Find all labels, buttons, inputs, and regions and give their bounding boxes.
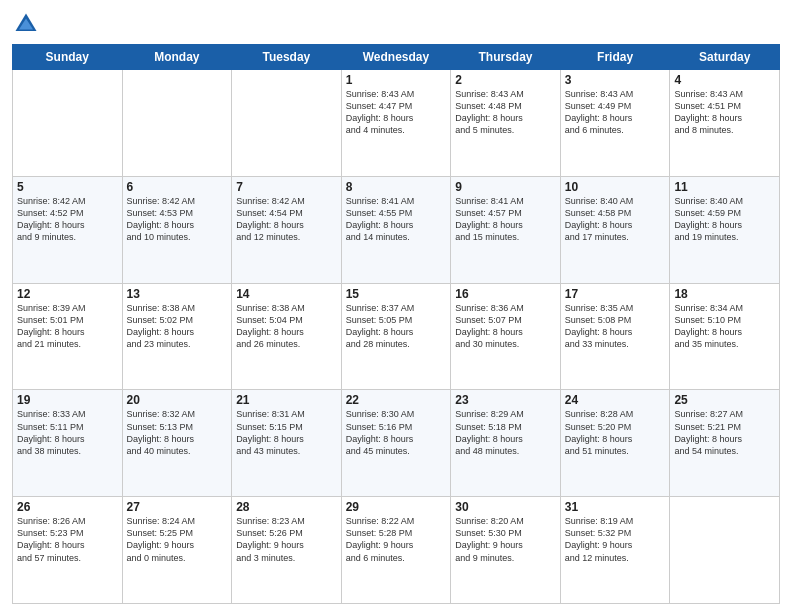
day-number: 11 <box>674 180 775 194</box>
day-cell-7: 7Sunrise: 8:42 AM Sunset: 4:54 PM Daylig… <box>232 176 342 283</box>
day-info: Sunrise: 8:39 AM Sunset: 5:01 PM Dayligh… <box>17 302 118 351</box>
day-info: Sunrise: 8:30 AM Sunset: 5:16 PM Dayligh… <box>346 408 447 457</box>
day-info: Sunrise: 8:19 AM Sunset: 5:32 PM Dayligh… <box>565 515 666 564</box>
empty-cell <box>670 497 780 604</box>
col-header-sunday: Sunday <box>13 45 123 70</box>
col-header-thursday: Thursday <box>451 45 561 70</box>
day-info: Sunrise: 8:35 AM Sunset: 5:08 PM Dayligh… <box>565 302 666 351</box>
day-info: Sunrise: 8:29 AM Sunset: 5:18 PM Dayligh… <box>455 408 556 457</box>
day-cell-24: 24Sunrise: 8:28 AM Sunset: 5:20 PM Dayli… <box>560 390 670 497</box>
day-info: Sunrise: 8:43 AM Sunset: 4:47 PM Dayligh… <box>346 88 447 137</box>
day-cell-30: 30Sunrise: 8:20 AM Sunset: 5:30 PM Dayli… <box>451 497 561 604</box>
day-number: 21 <box>236 393 337 407</box>
day-number: 15 <box>346 287 447 301</box>
day-cell-5: 5Sunrise: 8:42 AM Sunset: 4:52 PM Daylig… <box>13 176 123 283</box>
day-cell-2: 2Sunrise: 8:43 AM Sunset: 4:48 PM Daylig… <box>451 70 561 177</box>
logo <box>12 10 42 38</box>
empty-cell <box>13 70 123 177</box>
day-cell-21: 21Sunrise: 8:31 AM Sunset: 5:15 PM Dayli… <box>232 390 342 497</box>
day-number: 3 <box>565 73 666 87</box>
day-cell-1: 1Sunrise: 8:43 AM Sunset: 4:47 PM Daylig… <box>341 70 451 177</box>
day-number: 23 <box>455 393 556 407</box>
day-cell-6: 6Sunrise: 8:42 AM Sunset: 4:53 PM Daylig… <box>122 176 232 283</box>
day-info: Sunrise: 8:40 AM Sunset: 4:59 PM Dayligh… <box>674 195 775 244</box>
day-info: Sunrise: 8:40 AM Sunset: 4:58 PM Dayligh… <box>565 195 666 244</box>
day-info: Sunrise: 8:36 AM Sunset: 5:07 PM Dayligh… <box>455 302 556 351</box>
day-cell-23: 23Sunrise: 8:29 AM Sunset: 5:18 PM Dayli… <box>451 390 561 497</box>
header-row: SundayMondayTuesdayWednesdayThursdayFrid… <box>13 45 780 70</box>
day-number: 6 <box>127 180 228 194</box>
day-number: 5 <box>17 180 118 194</box>
day-info: Sunrise: 8:43 AM Sunset: 4:48 PM Dayligh… <box>455 88 556 137</box>
day-cell-4: 4Sunrise: 8:43 AM Sunset: 4:51 PM Daylig… <box>670 70 780 177</box>
day-info: Sunrise: 8:31 AM Sunset: 5:15 PM Dayligh… <box>236 408 337 457</box>
week-row-5: 26Sunrise: 8:26 AM Sunset: 5:23 PM Dayli… <box>13 497 780 604</box>
day-info: Sunrise: 8:38 AM Sunset: 5:02 PM Dayligh… <box>127 302 228 351</box>
calendar-table: SundayMondayTuesdayWednesdayThursdayFrid… <box>12 44 780 604</box>
empty-cell <box>232 70 342 177</box>
day-number: 17 <box>565 287 666 301</box>
day-info: Sunrise: 8:43 AM Sunset: 4:51 PM Dayligh… <box>674 88 775 137</box>
day-number: 24 <box>565 393 666 407</box>
day-number: 18 <box>674 287 775 301</box>
day-number: 19 <box>17 393 118 407</box>
logo-icon <box>12 10 40 38</box>
day-info: Sunrise: 8:28 AM Sunset: 5:20 PM Dayligh… <box>565 408 666 457</box>
day-info: Sunrise: 8:27 AM Sunset: 5:21 PM Dayligh… <box>674 408 775 457</box>
day-info: Sunrise: 8:20 AM Sunset: 5:30 PM Dayligh… <box>455 515 556 564</box>
day-cell-19: 19Sunrise: 8:33 AM Sunset: 5:11 PM Dayli… <box>13 390 123 497</box>
day-cell-12: 12Sunrise: 8:39 AM Sunset: 5:01 PM Dayli… <box>13 283 123 390</box>
day-number: 22 <box>346 393 447 407</box>
day-info: Sunrise: 8:24 AM Sunset: 5:25 PM Dayligh… <box>127 515 228 564</box>
day-cell-31: 31Sunrise: 8:19 AM Sunset: 5:32 PM Dayli… <box>560 497 670 604</box>
day-number: 16 <box>455 287 556 301</box>
day-info: Sunrise: 8:43 AM Sunset: 4:49 PM Dayligh… <box>565 88 666 137</box>
day-number: 20 <box>127 393 228 407</box>
day-number: 9 <box>455 180 556 194</box>
day-info: Sunrise: 8:38 AM Sunset: 5:04 PM Dayligh… <box>236 302 337 351</box>
week-row-3: 12Sunrise: 8:39 AM Sunset: 5:01 PM Dayli… <box>13 283 780 390</box>
day-info: Sunrise: 8:37 AM Sunset: 5:05 PM Dayligh… <box>346 302 447 351</box>
week-row-1: 1Sunrise: 8:43 AM Sunset: 4:47 PM Daylig… <box>13 70 780 177</box>
day-cell-16: 16Sunrise: 8:36 AM Sunset: 5:07 PM Dayli… <box>451 283 561 390</box>
day-info: Sunrise: 8:23 AM Sunset: 5:26 PM Dayligh… <box>236 515 337 564</box>
day-cell-29: 29Sunrise: 8:22 AM Sunset: 5:28 PM Dayli… <box>341 497 451 604</box>
day-cell-13: 13Sunrise: 8:38 AM Sunset: 5:02 PM Dayli… <box>122 283 232 390</box>
day-cell-3: 3Sunrise: 8:43 AM Sunset: 4:49 PM Daylig… <box>560 70 670 177</box>
main-container: SundayMondayTuesdayWednesdayThursdayFrid… <box>0 0 792 612</box>
day-number: 26 <box>17 500 118 514</box>
day-number: 25 <box>674 393 775 407</box>
col-header-wednesday: Wednesday <box>341 45 451 70</box>
day-cell-14: 14Sunrise: 8:38 AM Sunset: 5:04 PM Dayli… <box>232 283 342 390</box>
day-cell-11: 11Sunrise: 8:40 AM Sunset: 4:59 PM Dayli… <box>670 176 780 283</box>
week-row-4: 19Sunrise: 8:33 AM Sunset: 5:11 PM Dayli… <box>13 390 780 497</box>
day-info: Sunrise: 8:32 AM Sunset: 5:13 PM Dayligh… <box>127 408 228 457</box>
day-cell-18: 18Sunrise: 8:34 AM Sunset: 5:10 PM Dayli… <box>670 283 780 390</box>
day-cell-17: 17Sunrise: 8:35 AM Sunset: 5:08 PM Dayli… <box>560 283 670 390</box>
day-info: Sunrise: 8:42 AM Sunset: 4:52 PM Dayligh… <box>17 195 118 244</box>
day-info: Sunrise: 8:33 AM Sunset: 5:11 PM Dayligh… <box>17 408 118 457</box>
day-info: Sunrise: 8:42 AM Sunset: 4:54 PM Dayligh… <box>236 195 337 244</box>
day-number: 30 <box>455 500 556 514</box>
day-info: Sunrise: 8:41 AM Sunset: 4:55 PM Dayligh… <box>346 195 447 244</box>
day-cell-15: 15Sunrise: 8:37 AM Sunset: 5:05 PM Dayli… <box>341 283 451 390</box>
col-header-tuesday: Tuesday <box>232 45 342 70</box>
day-number: 7 <box>236 180 337 194</box>
col-header-monday: Monday <box>122 45 232 70</box>
day-cell-26: 26Sunrise: 8:26 AM Sunset: 5:23 PM Dayli… <box>13 497 123 604</box>
day-number: 28 <box>236 500 337 514</box>
day-info: Sunrise: 8:34 AM Sunset: 5:10 PM Dayligh… <box>674 302 775 351</box>
day-number: 1 <box>346 73 447 87</box>
day-number: 13 <box>127 287 228 301</box>
day-number: 2 <box>455 73 556 87</box>
week-row-2: 5Sunrise: 8:42 AM Sunset: 4:52 PM Daylig… <box>13 176 780 283</box>
day-cell-22: 22Sunrise: 8:30 AM Sunset: 5:16 PM Dayli… <box>341 390 451 497</box>
header <box>12 10 780 38</box>
day-cell-10: 10Sunrise: 8:40 AM Sunset: 4:58 PM Dayli… <box>560 176 670 283</box>
day-number: 12 <box>17 287 118 301</box>
day-info: Sunrise: 8:41 AM Sunset: 4:57 PM Dayligh… <box>455 195 556 244</box>
day-number: 31 <box>565 500 666 514</box>
day-cell-20: 20Sunrise: 8:32 AM Sunset: 5:13 PM Dayli… <box>122 390 232 497</box>
day-cell-9: 9Sunrise: 8:41 AM Sunset: 4:57 PM Daylig… <box>451 176 561 283</box>
day-number: 10 <box>565 180 666 194</box>
